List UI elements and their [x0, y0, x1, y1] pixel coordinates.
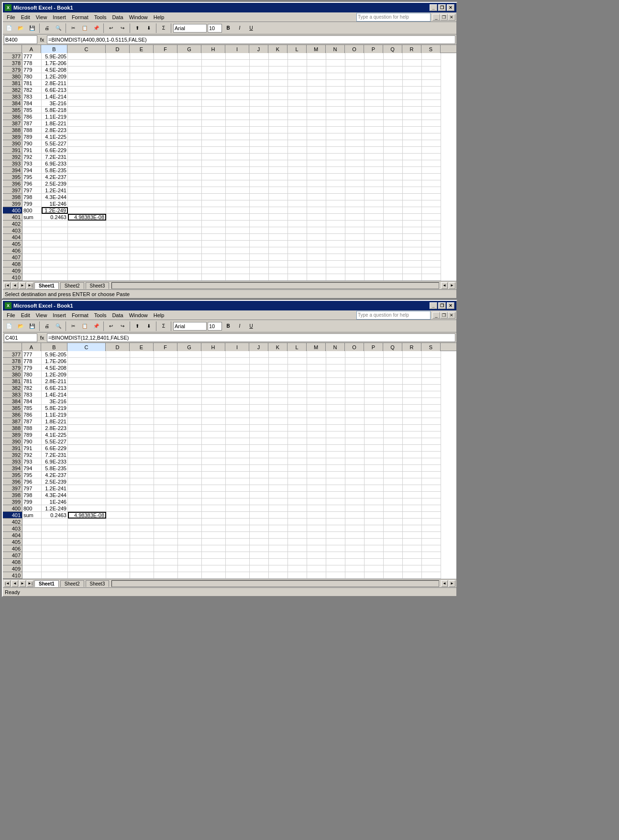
menu-tools-2[interactable]: Tools	[91, 311, 110, 319]
cell-n-379[interactable]	[326, 66, 345, 73]
cell-q-395[interactable]	[384, 174, 403, 180]
cell-s-410[interactable]	[422, 274, 441, 281]
cell-f-380[interactable]	[154, 73, 178, 80]
cell-m-399[interactable]	[307, 200, 326, 207]
cell-s-404[interactable]	[422, 532, 441, 539]
cell-k-404[interactable]	[269, 532, 288, 539]
cell-o-395[interactable]	[345, 472, 365, 478]
cell-k-385[interactable]	[269, 107, 288, 113]
cell-k-404[interactable]	[269, 234, 288, 241]
cell-g-408[interactable]	[178, 559, 202, 565]
cell-j-379[interactable]	[250, 66, 269, 73]
cell-h-409[interactable]	[202, 267, 226, 274]
cell-g-392[interactable]	[178, 154, 202, 160]
cell-e-377[interactable]	[130, 53, 154, 60]
cell-d-384[interactable]	[106, 100, 130, 107]
cell-e-405[interactable]	[130, 539, 154, 545]
row-header-403[interactable]: 403	[3, 227, 22, 234]
cell-b-378[interactable]: 1.7E-206	[42, 60, 68, 66]
cell-d-406[interactable]	[106, 545, 130, 552]
cell-j-388[interactable]	[250, 425, 269, 431]
cell-e-395[interactable]	[130, 472, 154, 478]
row-header-410[interactable]: 410	[3, 274, 22, 281]
cell-l-404[interactable]	[288, 532, 307, 539]
cell-s-409[interactable]	[422, 267, 441, 274]
cell-f-399[interactable]	[154, 498, 178, 505]
cell-d-398[interactable]	[106, 194, 130, 200]
cell-s-409[interactable]	[422, 565, 441, 572]
cell-g-383[interactable]	[178, 93, 202, 100]
cell-c-409[interactable]	[68, 267, 106, 274]
cell-f-387[interactable]	[154, 120, 178, 127]
minimize-btn-doc-2[interactable]: _	[432, 312, 440, 319]
cell-p-377[interactable]	[365, 351, 384, 358]
cell-o-408[interactable]	[345, 559, 365, 565]
cell-p-380[interactable]	[365, 73, 384, 80]
cell-j-393[interactable]	[250, 160, 269, 167]
cell-a-408[interactable]	[22, 261, 42, 267]
cell-o-402[interactable]	[345, 221, 365, 227]
cell-q-387[interactable]	[384, 418, 403, 425]
cell-f-393[interactable]	[154, 458, 178, 465]
cell-i-402[interactable]	[226, 221, 250, 227]
cell-b-406[interactable]	[42, 545, 68, 552]
cell-a-394[interactable]: 794	[22, 167, 42, 174]
cell-r-397[interactable]	[403, 187, 422, 194]
cell-j-383[interactable]	[250, 391, 269, 398]
cell-b-382[interactable]: 6.6E-213	[42, 385, 68, 391]
cell-a-381[interactable]: 781	[22, 80, 42, 87]
cell-e-407[interactable]	[130, 552, 154, 559]
cell-o-377[interactable]	[345, 53, 365, 60]
cell-k-398[interactable]	[269, 194, 288, 200]
row-header-402[interactable]: 402	[3, 519, 22, 525]
cell-b-380[interactable]: 1.2E-209	[42, 371, 68, 378]
cell-k-406[interactable]	[269, 247, 288, 254]
font-size-1[interactable]: 10	[208, 24, 222, 33]
cell-k-381[interactable]	[269, 80, 288, 87]
cell-d-385[interactable]	[106, 107, 130, 113]
cell-n-384[interactable]	[326, 100, 345, 107]
cell-d-395[interactable]	[106, 174, 130, 180]
cell-m-385[interactable]	[307, 107, 326, 113]
cell-f-405[interactable]	[154, 539, 178, 545]
cell-l-389[interactable]	[288, 431, 307, 438]
cell-n-403[interactable]	[326, 227, 345, 234]
cell-k-394[interactable]	[269, 167, 288, 174]
cell-l-396[interactable]	[288, 478, 307, 485]
hscroll-left-1[interactable]: ◄	[441, 282, 448, 289]
cell-s-381[interactable]	[422, 80, 441, 87]
cell-q-392[interactable]	[384, 154, 403, 160]
cell-q-407[interactable]	[384, 552, 403, 559]
cell-i-394[interactable]	[226, 167, 250, 174]
cell-c-410[interactable]	[68, 572, 106, 579]
cell-a-393[interactable]: 793	[22, 458, 42, 465]
cell-q-378[interactable]	[384, 60, 403, 66]
row-header-382[interactable]: 382	[3, 385, 22, 391]
cell-k-400[interactable]	[269, 505, 288, 512]
row-header-385[interactable]: 385	[3, 107, 22, 113]
cell-g-384[interactable]	[178, 398, 202, 405]
row-header-409[interactable]: 409	[3, 565, 22, 572]
cell-g-406[interactable]	[178, 247, 202, 254]
cell-p-378[interactable]	[365, 358, 384, 365]
cell-p-404[interactable]	[365, 234, 384, 241]
preview-btn-2[interactable]: 🔍	[53, 321, 64, 332]
cell-a-396[interactable]: 796	[22, 478, 42, 485]
cell-c-403[interactable]	[68, 525, 106, 532]
cell-a-385[interactable]: 785	[22, 405, 42, 411]
cell-c-401[interactable]: 4.98383E-08	[68, 214, 106, 221]
cell-p-387[interactable]	[365, 120, 384, 127]
cell-o-394[interactable]	[345, 167, 365, 174]
cell-c-405[interactable]	[68, 241, 106, 247]
cell-m-383[interactable]	[307, 391, 326, 398]
cell-a-409[interactable]	[22, 267, 42, 274]
cell-i-388[interactable]	[226, 127, 250, 133]
cell-a-400[interactable]: 800	[22, 505, 42, 512]
cell-l-395[interactable]	[288, 174, 307, 180]
cell-g-410[interactable]	[178, 572, 202, 579]
cell-h-408[interactable]	[202, 559, 226, 565]
cell-d-383[interactable]	[106, 391, 130, 398]
cell-n-387[interactable]	[326, 418, 345, 425]
cell-h-387[interactable]	[202, 120, 226, 127]
cell-b-397[interactable]: 1.2E-241	[42, 485, 68, 492]
